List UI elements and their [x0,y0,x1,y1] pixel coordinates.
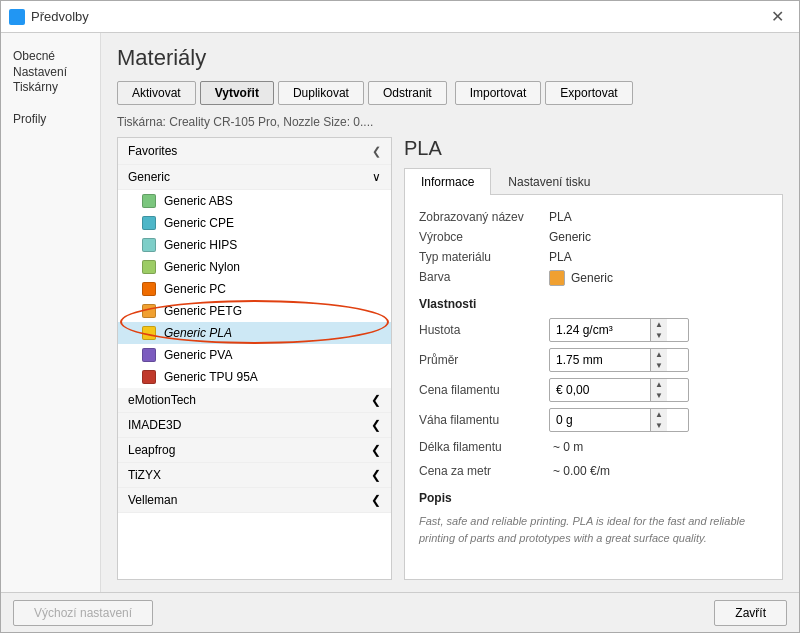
vlastnosti-section-title: Vlastnosti [419,297,768,311]
cena-filamentu-label: Cena filamentu [419,383,549,397]
bottom-bar: Výchozí nastavení Zavřít [1,592,799,632]
abs-color-swatch [142,194,156,208]
popis-section-title: Popis [419,491,768,505]
leapfrog-header[interactable]: Leapfrog ❮ [118,438,391,463]
prumer-down-button[interactable]: ▼ [651,360,667,371]
sidebar-item-obecne[interactable]: Obecné Nastavení Tiskárny [1,41,100,104]
toolbar: Aktivovat Vytvořit Duplikovat Odstranit … [117,81,783,105]
cena-filamentu-down-button[interactable]: ▼ [651,390,667,401]
prumer-input[interactable] [550,351,650,369]
list-item-abs[interactable]: Generic ABS [118,190,391,212]
content-area: Obecné Nastavení Tiskárny Profily Materi… [1,33,799,592]
list-item-pc[interactable]: Generic PC [118,278,391,300]
cena-za-metr-label: Cena za metr [419,464,549,478]
export-button[interactable]: Exportovat [545,81,632,105]
cena-filamentu-row: Cena filamentu ▲ ▼ [419,375,768,405]
popis-text: Fast, safe and reliable printing. PLA is… [419,513,768,546]
list-item-pva[interactable]: Generic PVA [118,344,391,366]
page-title: Materiály [117,45,783,71]
tab-informace[interactable]: Informace [404,168,491,195]
barva-label: Barva [419,270,549,286]
printer-info: Tiskárna: Creality CR-105 Pro, Nozzle Si… [117,115,783,129]
prumer-input-wrap: ▲ ▼ [549,348,768,372]
barva-color-swatch [549,270,565,286]
hustota-down-button[interactable]: ▼ [651,330,667,341]
vyrobce-label: Výrobce [419,230,549,244]
default-settings-button[interactable]: Výchozí nastavení [13,600,153,626]
prumer-label: Průměr [419,353,549,367]
prumer-spin[interactable]: ▲ ▼ [549,348,689,372]
main-window: Předvolby ✕ Obecné Nastavení Tiskárny Pr… [0,0,800,633]
pc-color-swatch [142,282,156,296]
material-list-panel: Favorites ❮ Generic ∨ Generic ABS [117,137,392,580]
hips-color-swatch [142,238,156,252]
zobrazovany-nazev-row: Zobrazovaný název PLA [419,207,768,227]
hustota-input-wrap: ▲ ▼ [549,318,768,342]
remove-button[interactable]: Odstranit [368,81,447,105]
hustota-spin[interactable]: ▲ ▼ [549,318,689,342]
cpe-color-swatch [142,216,156,230]
vyrobce-value: Generic [549,230,768,244]
velleman-header[interactable]: Velleman ❮ [118,488,391,513]
velleman-arrow-icon: ❮ [371,493,381,507]
vaha-filamentu-row: Váha filamentu ▲ ▼ [419,405,768,435]
cena-filamentu-input[interactable] [550,381,650,399]
pva-color-swatch [142,348,156,362]
hustota-row: Hustota ▲ ▼ [419,315,768,345]
detail-title: PLA [404,137,783,160]
delka-filamentu-row: Délka filamentu ~ 0 m [419,435,768,459]
cena-filamentu-spin[interactable]: ▲ ▼ [549,378,689,402]
hustota-up-button[interactable]: ▲ [651,319,667,330]
hustota-label: Hustota [419,323,549,337]
import-button[interactable]: Importovat [455,81,542,105]
list-item-petg[interactable]: Generic PETG [118,300,391,322]
close-dialog-button[interactable]: Zavřít [714,600,787,626]
list-item-cpe[interactable]: Generic CPE [118,212,391,234]
typ-materialu-label: Typ materiálu [419,250,549,264]
list-item-nylon[interactable]: Generic Nylon [118,256,391,278]
emotiontech-arrow-icon: ❮ [371,393,381,407]
prumer-spin-buttons: ▲ ▼ [650,349,667,371]
vyrobce-row: Výrobce Generic [419,227,768,247]
detail-panel: PLA Informace Nastavení tisku [404,137,783,580]
prumer-up-button[interactable]: ▲ [651,349,667,360]
create-button[interactable]: Vytvořit [200,81,274,105]
leapfrog-arrow-icon: ❮ [371,443,381,457]
activate-button[interactable]: Aktivovat [117,81,196,105]
detail-content: Zobrazovaný název PLA Výrobce Generic Ty… [404,195,783,580]
imade3d-arrow-icon: ❮ [371,418,381,432]
cena-filamentu-spin-buttons: ▲ ▼ [650,379,667,401]
emotiontech-header[interactable]: eMotionTech ❮ [118,388,391,413]
vaha-filamentu-spin[interactable]: ▲ ▼ [549,408,689,432]
two-panel: Favorites ❮ Generic ∨ Generic ABS [117,137,783,580]
close-button[interactable]: ✕ [763,3,791,31]
list-item-hips[interactable]: Generic HIPS [118,234,391,256]
petg-color-swatch [142,304,156,318]
typ-materialu-value: PLA [549,250,768,264]
cena-filamentu-up-button[interactable]: ▲ [651,379,667,390]
delka-filamentu-label: Délka filamentu [419,440,549,454]
vaha-filamentu-input[interactable] [550,411,650,429]
barva-value: Generic [549,270,768,286]
pla-color-swatch [142,326,156,340]
barva-row: Barva Generic [419,267,768,289]
vaha-filamentu-down-button[interactable]: ▼ [651,420,667,431]
cena-za-metr-value: ~ 0.00 €/m [549,462,768,480]
generic-group-header[interactable]: Generic ∨ [118,165,391,190]
favorites-header[interactable]: Favorites ❮ [118,138,391,165]
list-item-pla[interactable]: Generic PLA [118,322,391,344]
cena-za-metr-row: Cena za metr ~ 0.00 €/m [419,459,768,483]
tizyx-header[interactable]: TiZYX ❮ [118,463,391,488]
duplicate-button[interactable]: Duplikovat [278,81,364,105]
imade3d-header[interactable]: IMADE3D ❮ [118,413,391,438]
hustota-input[interactable] [550,321,650,339]
zobrazovany-nazev-label: Zobrazovaný název [419,210,549,224]
typ-materialu-row: Typ materiálu PLA [419,247,768,267]
list-item-tpu[interactable]: Generic TPU 95A [118,366,391,388]
sidebar-item-profily[interactable]: Profily [1,104,100,136]
vaha-filamentu-up-button[interactable]: ▲ [651,409,667,420]
vaha-filamentu-input-wrap: ▲ ▼ [549,408,768,432]
zobrazovany-nazev-value: PLA [549,210,768,224]
oval-group: Generic PETG Generic PLA [118,300,391,344]
tab-nastaveni-tisku[interactable]: Nastavení tisku [491,168,607,195]
